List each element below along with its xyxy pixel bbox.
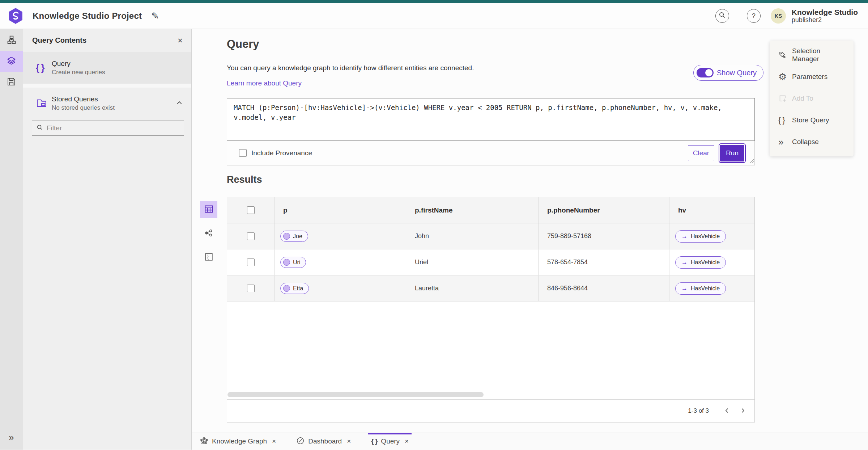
user-name: Knowledge Studio	[792, 8, 858, 17]
query-item-sub: Create new queries	[52, 69, 183, 76]
expand-rail-button[interactable]: »	[0, 432, 23, 443]
select-all-cell	[227, 197, 275, 223]
help-icon: ?	[752, 12, 756, 20]
parameters-button[interactable]: ⚙ Parameters	[770, 66, 854, 88]
collapse-panel-button[interactable]: » Collapse	[770, 131, 854, 153]
tab-query[interactable]: { } Query ×	[368, 433, 412, 450]
toggle-knob	[705, 69, 712, 76]
edge-pill[interactable]: →HasVehicle	[675, 256, 726, 269]
row-checkbox[interactable]	[247, 258, 255, 266]
layers-icon	[7, 56, 16, 67]
bottom-tab-bar: Knowledge Graph × Dashboard × { } Query …	[192, 433, 868, 450]
add-to-button: Add To	[770, 88, 854, 109]
sidebar-item-layers[interactable]	[0, 51, 23, 72]
stored-queries-label: Stored Queries	[52, 95, 176, 103]
left-icon-rail: »	[0, 29, 23, 450]
horizontal-scrollbar	[227, 392, 754, 397]
gear-icon: ⚙	[778, 72, 792, 81]
close-icon[interactable]: ×	[347, 437, 351, 445]
results-title: Results	[227, 174, 262, 185]
chevron-left-icon	[724, 408, 730, 415]
stored-queries-sub: No stored queries exist	[52, 104, 176, 112]
main-content: Query You can query a knowledge graph to…	[192, 29, 868, 450]
map-icon	[204, 252, 213, 262]
node-pill[interactable]: Uri	[280, 257, 306, 268]
user-role: publisher2	[792, 16, 858, 24]
close-icon[interactable]: ×	[272, 437, 276, 445]
contents-panel-title: Query Contents	[32, 36, 178, 45]
store-query-button[interactable]: { } Store Query	[770, 109, 854, 131]
node-icon	[283, 285, 290, 292]
arrow-right-icon: →	[681, 233, 688, 240]
show-query-label: Show Query	[717, 69, 757, 77]
arrow-right-icon: →	[681, 259, 688, 266]
braces-icon: { }	[778, 115, 792, 125]
resize-handle-icon[interactable]	[750, 158, 754, 165]
clear-button[interactable]: Clear	[688, 145, 714, 161]
close-icon[interactable]: ×	[405, 437, 409, 445]
column-header-firstname[interactable]: p.firstName	[406, 197, 539, 223]
row-checkbox[interactable]	[247, 285, 255, 292]
table-row: Joe John 759-889-57168 →HasVehicle	[227, 223, 754, 249]
query-section-title: Query	[227, 38, 259, 51]
edge-pill[interactable]: →HasVehicle	[675, 230, 726, 243]
select-all-checkbox[interactable]	[247, 206, 255, 214]
query-contents-panel: Query Contents × { } Query Create new qu…	[23, 29, 192, 450]
braces-icon: { }	[371, 437, 377, 445]
app-header: Knowledge Studio Project ✎ ? KS Knowledg…	[0, 3, 868, 29]
sidebar-item-save[interactable]	[0, 72, 23, 93]
node-pill[interactable]: Joe	[280, 231, 308, 242]
search-button[interactable]	[715, 9, 729, 23]
query-description: You can query a knowledge graph to ident…	[227, 64, 474, 72]
run-button[interactable]: Run	[720, 145, 744, 161]
cell-phonenumber: 578-654-7854	[539, 249, 669, 275]
app-logo	[8, 8, 23, 24]
selection-manager-button[interactable]: Selection Manager	[770, 44, 854, 66]
filter-input[interactable]	[47, 124, 179, 132]
top-accent-strip	[0, 0, 868, 3]
map-view-button[interactable]	[200, 249, 217, 266]
toggle-switch[interactable]	[697, 68, 714, 77]
cell-phonenumber: 846-956-8644	[539, 276, 669, 301]
page-title: Knowledge Studio Project	[33, 11, 142, 21]
close-icon[interactable]: ×	[178, 36, 183, 45]
scrollbar-thumb[interactable]	[227, 392, 484, 397]
column-header-hv[interactable]: hv	[669, 197, 754, 223]
stored-queries-filter[interactable]	[32, 121, 184, 136]
edit-title-icon[interactable]: ✎	[151, 11, 159, 21]
add-to-icon	[778, 94, 792, 103]
table-view-button[interactable]	[200, 201, 217, 218]
show-query-toggle[interactable]: Show Query	[693, 65, 763, 81]
help-button[interactable]: ?	[747, 9, 761, 23]
cell-firstname: Lauretta	[406, 276, 539, 301]
row-checkbox[interactable]	[247, 232, 255, 240]
node-pill[interactable]: Etta	[280, 283, 309, 294]
column-header-p[interactable]: p	[275, 197, 406, 223]
pagination-range: 1-3 of 3	[688, 407, 709, 415]
include-provenance-label: Include Provenance	[251, 149, 312, 157]
next-page-button[interactable]	[735, 403, 751, 419]
sidebar-item-data-model[interactable]	[0, 30, 23, 51]
panel-item-query[interactable]: { } Query Create new queries	[23, 52, 191, 84]
include-provenance-checkbox[interactable]	[239, 149, 247, 157]
table-pagination: 1-3 of 3	[227, 399, 754, 422]
query-editor-footer: Include Provenance Clear Run	[227, 141, 755, 165]
column-header-phonenumber[interactable]: p.phoneNumber	[539, 197, 669, 223]
panel-item-stored-queries[interactable]: Stored Queries No stored queries exist	[23, 88, 191, 119]
graph-view-button[interactable]	[200, 225, 217, 242]
learn-more-link[interactable]: Learn more about Query	[227, 79, 302, 87]
previous-page-button[interactable]	[719, 403, 735, 419]
tab-dashboard[interactable]: Dashboard ×	[293, 433, 354, 450]
edge-pill[interactable]: →HasVehicle	[675, 282, 726, 295]
query-tools-panel: Selection Manager ⚙ Parameters Add To { …	[770, 41, 854, 156]
avatar[interactable]: KS	[771, 8, 786, 24]
cell-phonenumber: 759-889-57168	[539, 223, 669, 249]
chevron-up-icon[interactable]	[176, 100, 183, 107]
hierarchy-icon	[7, 35, 16, 46]
cell-firstname: Uriel	[406, 249, 539, 275]
tab-knowledge-graph[interactable]: Knowledge Graph ×	[197, 433, 279, 450]
graph-icon	[204, 228, 213, 239]
query-textarea[interactable]: MATCH (p:Person)-[hv:HasVehicle]->(v:Veh…	[227, 98, 755, 141]
table-row: Uri Uriel 578-654-7854 →HasVehicle	[227, 249, 754, 276]
chevron-right-icon	[740, 408, 746, 415]
